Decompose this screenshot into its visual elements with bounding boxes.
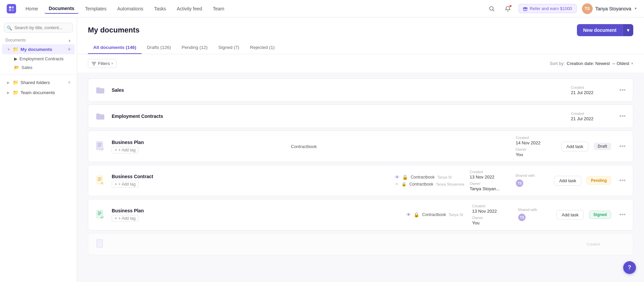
user-name: Tanya Stoyanova [595,6,631,11]
nav-automations[interactable]: Automations [113,4,147,13]
bc-shared: Shared with TS [515,173,549,188]
filters-label: Filters [98,61,110,66]
folder-employment-name: Employment Contracts [112,114,566,119]
add-my-docs-icon[interactable]: + [68,46,71,52]
user-avatar: TS [582,3,593,14]
filters-button[interactable]: Filters ▾ [88,59,117,68]
lock-icon-2: 🔒 [401,182,407,187]
folder-row-employment-contracts[interactable]: Employment Contracts Created 21 Jul 2022… [88,104,633,128]
bps-created-date: 13 Nov 2022 [472,209,512,214]
svg-rect-13 [97,239,103,248]
bp-draft-add-tag[interactable]: + + Add tag [112,147,139,153]
folder-icon-sales [94,84,106,96]
folder-row-sales[interactable]: Sales Created 21 Jul 2022 ••• [88,78,633,102]
sidebar-section-documents: Documents ▲ [0,37,77,44]
search-button[interactable] [486,3,497,14]
bc-status: Pending [587,177,611,185]
expand-employment-icon: ▶ [14,56,17,61]
bc-info: Business Contract + + Add tag [112,174,389,188]
expand-my-docs-icon: ▾ [6,47,11,52]
bc-shared-label: Shared with [515,173,549,178]
search-icon [489,6,495,12]
user-menu[interactable]: TS Tanya Stoyanova ▼ [582,3,637,14]
bps-lock-icon: 🔒 [414,212,419,217]
doc-icon-partial [94,238,106,250]
eye-icon-2: 👁 [395,182,399,187]
bc-signer-2-name: Tanya Stoyanova [436,182,464,186]
sidebar-item-team-documents[interactable]: ▶ 📁 Team documents [2,88,75,97]
nav-home[interactable]: Home [21,4,42,13]
top-navigation: Home Documents Templates Automations Tas… [0,0,644,17]
document-list: Sales Created 21 Jul 2022 ••• Employment… [77,73,644,261]
sidebar-item-sales[interactable]: 📂 Sales [2,63,75,72]
employment-created-date: 21 Jul 2022 [571,116,611,121]
nav-activity-feed[interactable]: Activity feed [173,4,206,13]
bp-draft-add-task-button[interactable]: Add task [561,142,589,151]
bps-status: Signed [589,211,611,219]
bps-add-tag[interactable]: + + Add tag [112,215,139,222]
gift-icon [523,6,528,11]
bp-draft-more-button[interactable]: ••• [618,143,627,150]
bc-owner-label: Owner [470,182,510,186]
tab-signed[interactable]: Signed (7) [213,42,245,54]
bp-draft-created-date: 14 Nov 2022 [516,140,556,145]
sales-folder-icon: 📂 [14,65,19,70]
bc-more-button[interactable]: ••• [618,177,627,184]
sort-value[interactable]: Creation date: Newest → Oldest [567,61,629,66]
bps-add-task-button[interactable]: Add task [556,210,584,220]
shared-folders-icon: 📁 [13,80,18,85]
sidebar-collapse-button[interactable]: ▲ [68,38,71,42]
bc-signer-1-source: Contractbook [411,175,434,180]
bc-add-tag[interactable]: + + Add tag [112,181,139,188]
doc-icon-bc [94,174,106,187]
folder-employment-meta: Employment Contracts [112,114,566,119]
bps-owner-label: Owner [472,216,512,220]
filters-bar: Filters ▾ Sort by: Creation date: Newest… [77,54,644,73]
sales-more-button[interactable]: ••• [618,87,627,94]
bp-draft-source: Contractbook [291,144,331,149]
filters-chevron: ▾ [111,62,113,65]
logo[interactable] [7,4,16,13]
bc-add-task-button[interactable]: Add task [554,176,581,186]
tab-all-documents[interactable]: All documents (146) [88,42,142,54]
bc-signer-2-source: Contractbook [409,182,433,187]
bps-name: Business Plan [112,208,401,213]
bc-shared-avatar: TS [515,179,524,188]
team-docs-icon: 📁 [13,90,18,95]
nav-documents[interactable]: Documents [45,4,78,14]
sort-chevron[interactable]: ▾ [631,61,633,66]
tab-pending[interactable]: Pending (12) [176,42,213,54]
main-content: My documents New document ▾ All document… [77,17,644,282]
nav-tasks[interactable]: Tasks [150,4,170,13]
sidebar-search-input[interactable] [4,23,73,32]
bc-signer-1-name: Tanya St [437,175,452,179]
bc-signer-2: 👁 🔒 Contractbook Tanya Stoyanova [395,182,464,187]
bps-meta: Created 13 Nov 2022 Owner You [472,204,512,225]
svg-rect-2 [9,9,11,11]
sidebar-search-container: 🔍 [4,23,73,32]
sidebar-item-employment-contracts[interactable]: ▶ Employment Contracts [2,55,75,63]
shared-folders-label: Shared folders [20,80,50,85]
refer-button[interactable]: Refer and earn $1000 [519,4,576,13]
partial-created-label: Created [587,242,627,246]
help-button[interactable]: ? [623,261,636,274]
nav-team[interactable]: Team [209,4,228,13]
sales-created-label: Created [571,85,611,89]
svg-rect-1 [12,6,14,8]
sidebar-item-my-documents[interactable]: ▾ 📁 My documents + [2,44,75,54]
bps-more-button[interactable]: ••• [618,211,627,218]
employment-more-button[interactable]: ••• [618,113,627,120]
new-document-button[interactable]: New document ▾ [577,24,633,36]
bc-signers: 👁 🔒 Contractbook Tanya St 👁 🔒 Contractbo… [395,174,464,187]
sidebar-item-shared-folders[interactable]: ▶ 📁 Shared folders + [2,77,75,87]
notifications-button[interactable] [502,3,513,14]
add-shared-folder-icon[interactable]: + [68,79,71,85]
nav-templates[interactable]: Templates [81,4,111,13]
new-doc-arrow-icon[interactable]: ▾ [623,24,633,36]
eye-icon-1: 👁 [395,174,399,180]
tab-rejected[interactable]: Rejected (1) [245,42,280,54]
bp-draft-created-label: Created [516,136,556,140]
svg-rect-0 [9,6,11,8]
bps-signers: 👁 🔒 Contractbook Tanya St [406,212,467,217]
tab-drafts[interactable]: Drafts (126) [142,42,176,54]
